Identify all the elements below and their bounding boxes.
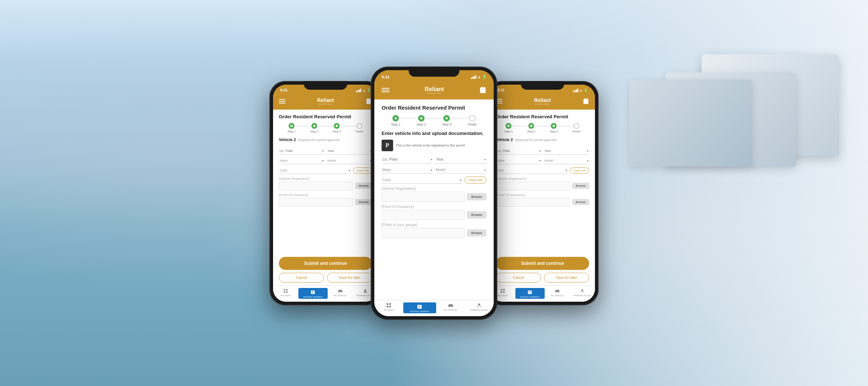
svg-rect-5: [311, 290, 315, 294]
right-step-finish-circle: [574, 123, 579, 129]
right-vehicle-reg-input: [496, 182, 570, 190]
model-select[interactable]: Model: [327, 157, 372, 164]
center-cart-icon[interactable]: [479, 86, 486, 94]
svg-rect-14: [417, 305, 422, 309]
center-plate-year-row: [382, 156, 486, 164]
right-step-finish-label: Finish: [573, 130, 580, 133]
right-vehicle-reg-browse[interactable]: Browse: [572, 183, 589, 189]
right-step-1-label: Step 1: [505, 130, 513, 133]
right-step-finish: Finish: [565, 123, 588, 133]
right-year-input[interactable]: [544, 148, 589, 154]
right-make-select[interactable]: Make: [496, 157, 541, 164]
year-input[interactable]: [327, 148, 372, 154]
right-proof-insurance-section: [Proof Of Insurance] Browse: [496, 193, 589, 207]
right-save-later-button[interactable]: Save for later: [544, 273, 589, 283]
center-proof-insurance-label: [Proof Of Insurance]: [382, 205, 486, 209]
center-nav-my-dash[interactable]: MY DASH: [374, 302, 403, 313]
right-submit-button[interactable]: Submit and continue: [496, 257, 589, 270]
center-nav-parking-rules[interactable]: PARKING RULES: [465, 302, 494, 313]
center-grid-icon: [385, 302, 392, 308]
center-nav-my-vehicle-label: MY VEHICLE: [444, 309, 457, 311]
center-photo-garage-browse[interactable]: Browse: [467, 229, 486, 237]
center-proof-insurance-browse[interactable]: Browse: [467, 211, 486, 219]
center-year-input[interactable]: [435, 156, 486, 164]
clear-info-button[interactable]: Clear Info: [353, 167, 372, 174]
right-step-2-label: Step 2: [527, 130, 535, 133]
center-nav-my-vehicle[interactable]: MY VEHICLE: [436, 302, 465, 313]
center-step-2: Step 2: [409, 115, 434, 126]
vehicle-section-title: Vehicle 2: [279, 137, 296, 142]
right-clear-info-button[interactable]: Clear Info: [570, 167, 589, 174]
right-nav-my-dash-label: MY DASH: [498, 294, 507, 297]
nav-my-vehicle-label: MY VEHICLE: [334, 294, 347, 297]
right-cart-icon[interactable]: [583, 98, 589, 105]
right-step-2-circle: [528, 123, 534, 129]
center-step-3: Step 3: [434, 115, 460, 126]
nav-instant-permits[interactable]: INSTANT PERMITS: [298, 288, 328, 299]
color-select[interactable]: Color: [279, 167, 351, 174]
step-2-label: Step 2: [310, 130, 318, 133]
center-model-wrapper: Model: [435, 166, 486, 174]
svg-rect-4: [286, 291, 288, 293]
right-model-wrapper: Model: [544, 157, 589, 164]
right-nav-my-vehicle[interactable]: MY VEHICLE: [545, 288, 570, 299]
center-vehicle-reg-browse[interactable]: Browse: [467, 193, 486, 200]
step-3-label: Step 3: [333, 130, 341, 133]
status-icons: ▲ 🔋: [356, 89, 371, 92]
color-wrapper: Color: [279, 167, 351, 174]
year-wrapper: [327, 148, 372, 154]
center-vehicle-icon: [447, 302, 454, 308]
svg-rect-21: [501, 291, 502, 293]
lic-plate-input[interactable]: [279, 148, 324, 154]
step-finish-circle: [357, 123, 362, 129]
notch: [304, 81, 347, 90]
center-photo-garage-input: [382, 228, 465, 238]
center-hamburger-menu[interactable]: [382, 88, 390, 92]
center-photo-garage-label: [Photo of your garage]: [382, 223, 486, 227]
nav-my-vehicle[interactable]: MY VEHICLE: [328, 288, 353, 299]
center-make-model-row: Make Model: [382, 166, 486, 174]
make-select[interactable]: Make: [279, 157, 324, 164]
center-lic-plate-input[interactable]: [382, 156, 433, 164]
right-step-1: Step 1: [497, 123, 520, 133]
center-make-select[interactable]: Make: [382, 166, 433, 174]
right-nav-instant-permits[interactable]: INSTANT PERMITS: [515, 288, 545, 299]
svg-rect-19: [501, 289, 502, 290]
right-lic-plate-input[interactable]: [496, 148, 541, 154]
svg-rect-23: [528, 290, 532, 294]
center-step-2-circle: [418, 115, 425, 122]
right-steps-row: Step 1 Step 2 Step 3: [496, 123, 589, 133]
center-nav-instant-permits[interactable]: INSTANT PERMITS: [403, 302, 437, 313]
hamburger-menu[interactable]: [279, 99, 285, 103]
center-proof-insurance-input: [382, 210, 465, 220]
center-status-time: 9:41: [382, 75, 390, 79]
center-section-heading: Enter vehicle info and upload documentat…: [382, 131, 486, 136]
right-cancel-button[interactable]: Cancel: [496, 273, 541, 283]
center-step-2-label: Step 2: [417, 123, 426, 126]
center-step-finish-label: Finish: [468, 123, 477, 126]
svg-point-15: [448, 306, 450, 307]
right-color-select[interactable]: Color: [496, 167, 568, 174]
save-later-button[interactable]: Save for later: [327, 273, 372, 283]
svg-point-26: [582, 289, 583, 291]
center-model-select[interactable]: Model: [435, 166, 486, 174]
svg-rect-13: [389, 306, 391, 307]
nav-my-dash[interactable]: MY DASH: [273, 288, 298, 299]
center-notch: [409, 67, 459, 77]
svg-rect-12: [387, 306, 388, 307]
center-clear-info-button[interactable]: Clear Info: [464, 177, 486, 184]
right-nav-parking-rules[interactable]: PARKING RULES: [570, 288, 595, 299]
proof-insurance-browse[interactable]: Browse: [355, 199, 372, 205]
step-1-circle: [289, 123, 294, 129]
center-step-3-circle: [443, 115, 450, 122]
center-step-finish: Finish: [460, 115, 485, 126]
right-proof-insurance-browse[interactable]: Browse: [572, 199, 589, 205]
center-step-1: Step 1: [383, 115, 409, 126]
right-model-select[interactable]: Model: [544, 157, 589, 164]
vehicle-reg-browse[interactable]: Browse: [355, 183, 372, 189]
nav-instant-permits-label: INSTANT PERMITS: [303, 296, 323, 298]
cancel-button[interactable]: Cancel: [279, 273, 324, 283]
submit-button[interactable]: Submit and continue: [279, 257, 372, 270]
center-color-select[interactable]: Color: [382, 177, 462, 184]
logo: Reliant: [317, 98, 334, 103]
